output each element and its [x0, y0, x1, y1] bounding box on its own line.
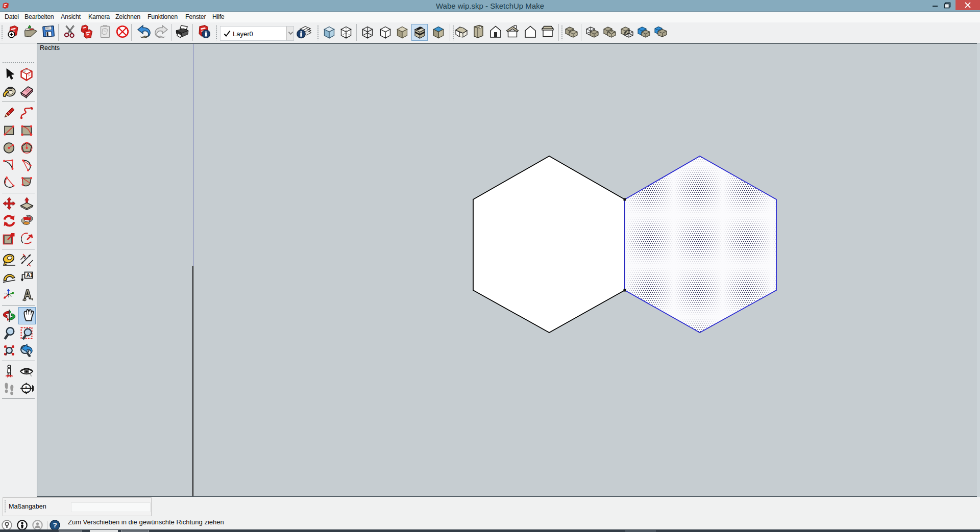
- svg-text:a o: a o: [24, 390, 29, 393]
- svg-text:?: ?: [53, 521, 57, 529]
- svg-text:A1: A1: [27, 272, 34, 278]
